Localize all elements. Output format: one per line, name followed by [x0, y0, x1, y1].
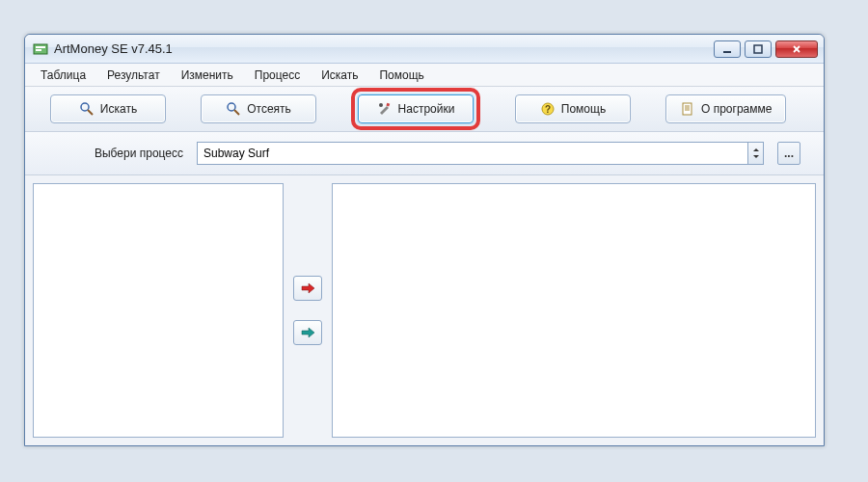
- process-label: Выбери процесс: [48, 147, 183, 160]
- arrow-right-teal-icon: [300, 326, 315, 339]
- svg-rect-3: [723, 51, 731, 53]
- menubar: Таблица Результат Изменить Процесс Искат…: [25, 64, 824, 87]
- titlebar[interactable]: ArtMoney SE v7.45.1: [25, 35, 824, 64]
- window-controls: [714, 40, 818, 58]
- svg-line-8: [88, 110, 93, 115]
- svg-rect-2: [36, 49, 41, 51]
- toolbar: Искать Отсеять Настройки ? Помощь: [25, 87, 824, 132]
- window-title: ArtMoney SE v7.45.1: [54, 41, 714, 56]
- svg-rect-15: [683, 103, 692, 115]
- document-icon: [680, 101, 695, 117]
- tools-icon: [377, 101, 393, 117]
- help-button[interactable]: ? Помощь: [515, 94, 631, 123]
- settings-button[interactable]: Настройки: [358, 94, 474, 123]
- menu-help[interactable]: Помощь: [369, 66, 433, 85]
- process-row: Выбери процесс Subway Surf ...: [25, 132, 824, 175]
- filter-button[interactable]: Отсеять: [201, 94, 316, 123]
- svg-rect-1: [36, 46, 45, 48]
- content-area: [25, 175, 824, 445]
- move-right-button[interactable]: [293, 276, 322, 301]
- search-button[interactable]: Искать: [50, 94, 166, 123]
- svg-rect-4: [754, 45, 762, 53]
- menu-result[interactable]: Результат: [97, 66, 170, 85]
- ellipsis-label: ...: [784, 147, 794, 160]
- process-select[interactable]: Subway Surf: [197, 142, 764, 165]
- svg-marker-19: [753, 148, 759, 151]
- svg-marker-21: [302, 283, 314, 293]
- svg-marker-20: [753, 155, 759, 158]
- dropdown-arrow-icon[interactable]: [747, 143, 763, 164]
- svg-line-10: [234, 110, 239, 115]
- filter-label: Отсеять: [247, 102, 291, 116]
- maximize-button[interactable]: [745, 40, 772, 58]
- app-icon: [33, 41, 48, 57]
- table-panel[interactable]: [332, 183, 816, 438]
- svg-text:?: ?: [545, 104, 551, 115]
- process-value: Subway Surf: [203, 147, 269, 160]
- about-label: О программе: [701, 102, 772, 116]
- arrow-right-red-icon: [300, 281, 315, 295]
- app-window: ArtMoney SE v7.45.1 Таблица Результат Из…: [24, 34, 825, 446]
- svg-point-7: [81, 103, 89, 111]
- svg-point-9: [228, 103, 235, 111]
- minimize-button[interactable]: [714, 40, 741, 58]
- menu-process[interactable]: Процесс: [245, 66, 310, 85]
- menu-edit[interactable]: Изменить: [172, 66, 243, 85]
- magnifier-icon: [226, 101, 241, 117]
- svg-marker-22: [302, 328, 314, 337]
- svg-rect-11: [386, 103, 390, 107]
- settings-label: Настройки: [398, 102, 455, 116]
- help-label: Помощь: [561, 102, 606, 116]
- process-browse-button[interactable]: ...: [777, 142, 800, 165]
- results-panel[interactable]: [33, 183, 284, 438]
- about-button[interactable]: О программе: [665, 94, 786, 123]
- svg-point-12: [379, 103, 383, 107]
- search-label: Искать: [100, 102, 137, 116]
- close-button[interactable]: [775, 40, 818, 58]
- move-all-right-button[interactable]: [293, 320, 322, 345]
- settings-highlight: Настройки: [351, 88, 480, 130]
- menu-table[interactable]: Таблица: [31, 66, 95, 85]
- menu-search[interactable]: Искать: [312, 66, 367, 85]
- magnifier-icon: [79, 101, 95, 117]
- question-icon: ?: [540, 101, 556, 117]
- transfer-column: [289, 183, 326, 438]
